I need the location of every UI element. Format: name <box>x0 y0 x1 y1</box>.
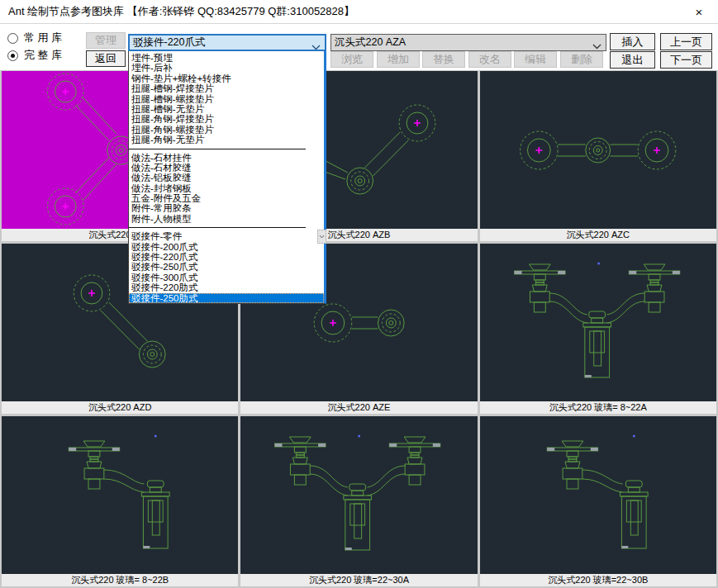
dropdown-item[interactable]: 做法-石材胶缝 <box>129 163 324 173</box>
cad-drawing-spider-1arm-side <box>2 416 238 574</box>
browse-button[interactable]: 浏览 <box>330 51 373 68</box>
replace-button[interactable]: 替换 <box>422 51 465 68</box>
edit-button[interactable]: 编辑 <box>514 51 557 68</box>
radio-full-icon[interactable] <box>7 50 18 61</box>
dropdown-item[interactable]: 驳接件-220肋式 <box>129 282 324 292</box>
app-window: { "window": { "title": "Ant 绘制节点参考图块库 【作… <box>0 0 718 588</box>
block-preview-grid: 沉头式220 AZA 沉头式220 AZB <box>0 70 718 588</box>
cad-canvas[interactable] <box>480 71 716 229</box>
cad-canvas[interactable] <box>240 416 477 574</box>
toolbar: 常 用 库 完 整 库 管理 返回 驳接件-220爪式 沉头式220 AZA 插… <box>0 25 718 70</box>
cad-canvas[interactable] <box>2 416 238 574</box>
add-button[interactable]: 增加 <box>377 51 420 68</box>
cad-drawing-spider-1arm-side <box>480 416 716 574</box>
cad-drawing-spider-2arm-inline-front <box>480 71 716 229</box>
radio-common-library[interactable]: 常 用 库 <box>7 31 62 45</box>
chevron-down-icon <box>592 40 602 51</box>
dropdown-item[interactable]: 驳接件-200爪式 <box>129 242 324 252</box>
dropdown-item[interactable]: 驳接件-220爪式 <box>129 252 324 262</box>
dropdown-item[interactable]: 做法-铝板胶缝 <box>129 173 324 183</box>
dropdown-item[interactable]: 扭腿-角钢-焊接垫片 <box>129 114 324 124</box>
back-button[interactable]: 返回 <box>86 50 126 67</box>
cad-canvas[interactable] <box>480 244 716 401</box>
dropdown-item[interactable]: 驳接件-250肋式 <box>129 293 324 303</box>
radio-full-library[interactable]: 完 整 库 <box>7 48 62 63</box>
close-button[interactable]: × <box>680 0 718 23</box>
dropdown-item[interactable]: 附件-常用胶条 <box>129 203 324 213</box>
dropdown-item[interactable]: 扭腿-槽钢-无垫片 <box>129 104 324 114</box>
cell-caption: 沉头式220 玻璃= 8~22B <box>2 574 238 586</box>
prev-page-button[interactable]: 上一页 <box>660 33 712 50</box>
grid-cell-glass-8-22b[interactable]: 沉头式220 玻璃= 8~22B <box>2 416 238 586</box>
window-title: Ant 绘制节点参考图块库 【作者:张铎铧 QQ:83425779 Q群:310… <box>0 4 354 19</box>
grid-cell-glass-8-22a[interactable]: 沉头式220 玻璃= 8~22A <box>480 244 716 414</box>
category-combobox[interactable]: 驳接件-220爪式 <box>128 34 326 51</box>
category-combobox-value: 驳接件-220爪式 <box>133 36 206 50</box>
dropdown-item[interactable]: 驳接件-250爪式 <box>129 262 324 272</box>
chevron-down-icon <box>311 41 321 51</box>
block-combobox[interactable]: 沉头式220 AZA <box>330 34 606 51</box>
cell-caption: 沉头式220 AZD <box>2 401 238 414</box>
block-combobox-value: 沉头式220 AZA <box>335 36 406 50</box>
dropdown-item[interactable]: 做法-封堵钢板 <box>129 183 324 193</box>
dropdown-separator <box>129 149 306 149</box>
dropdown-item[interactable]: 驳接件-300爪式 <box>129 273 324 282</box>
next-page-button[interactable]: 下一页 <box>660 51 712 69</box>
radio-common-label: 常 用 库 <box>24 31 62 45</box>
dropdown-scrollbar-thumb[interactable] <box>317 230 326 244</box>
insert-button[interactable]: 插入 <box>610 33 655 50</box>
title-bar: Ant 绘制节点参考图块库 【作者:张铎铧 QQ:83425779 Q群:310… <box>0 0 718 24</box>
exit-button[interactable]: 退出 <box>610 51 655 69</box>
cad-drawing-spider-2arm-side <box>480 244 716 401</box>
dropdown-item[interactable]: 扭腿-槽钢-焊接垫片 <box>129 83 324 93</box>
dropdown-item[interactable]: 五金-附件及五金 <box>129 193 324 203</box>
cad-canvas[interactable] <box>480 416 716 574</box>
cad-drawing-spider-2arm-side <box>240 416 477 574</box>
grid-cell-glass-22-30a[interactable]: 沉头式220 玻璃=22~30A <box>240 416 477 586</box>
category-dropdown-list[interactable]: 埋件-预埋埋件-后补钢件-垫片+螺栓+转接件扭腿-槽钢-焊接垫片扭腿-槽钢-螺接… <box>128 51 326 304</box>
dropdown-item[interactable]: 做法-石材挂件 <box>129 153 324 163</box>
delete-button[interactable]: 删除 <box>560 51 603 68</box>
dropdown-item[interactable]: 驳接件-零件 <box>129 231 324 241</box>
dropdown-separator <box>129 227 306 228</box>
dropdown-item[interactable]: 钢件-垫片+螺栓+转接件 <box>129 74 324 83</box>
cell-caption: 沉头式220 玻璃=22~30A <box>240 574 477 586</box>
dropdown-item[interactable]: 扭腿-槽钢-螺接垫片 <box>129 94 324 104</box>
cell-caption: 沉头式220 AZE <box>240 401 477 414</box>
radio-common-icon[interactable] <box>7 33 18 44</box>
rename-button[interactable]: 改名 <box>468 51 511 68</box>
dropdown-item[interactable]: 埋件-后补 <box>129 63 324 73</box>
cell-caption: 沉头式220 玻璃= 8~22A <box>480 401 716 414</box>
cell-caption: 沉头式220 玻璃=22~30B <box>480 574 716 586</box>
dropdown-item[interactable]: 扭腿-角钢-无垫片 <box>129 135 324 145</box>
radio-full-label: 完 整 库 <box>24 48 62 63</box>
grid-cell-azc[interactable]: 沉头式220 AZC <box>480 71 716 241</box>
cell-caption: 沉头式220 AZC <box>480 229 716 241</box>
dropdown-item[interactable]: 扭腿-角钢-螺接垫片 <box>129 125 324 135</box>
dropdown-item[interactable]: 附件-人物模型 <box>129 214 324 224</box>
dropdown-item[interactable]: 埋件-预埋 <box>129 53 324 63</box>
grid-cell-glass-22-30b[interactable]: 沉头式220 玻璃=22~30B <box>480 416 716 586</box>
manage-button[interactable]: 管理 <box>86 32 126 49</box>
